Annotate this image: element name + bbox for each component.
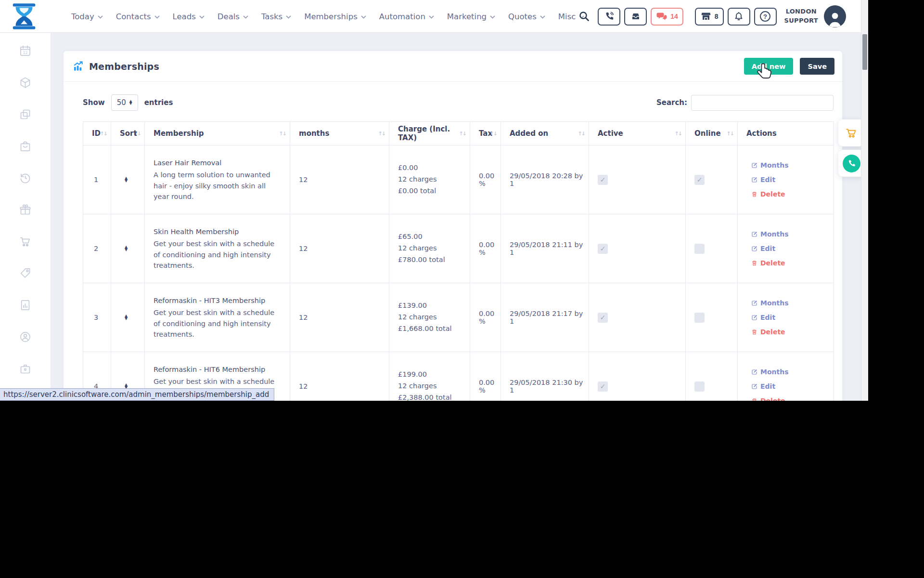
delete-link[interactable]: Delete <box>751 397 834 401</box>
cell-active: ✓ <box>589 283 686 352</box>
hamper-box-icon[interactable] <box>19 140 32 153</box>
left-icon-rail: 12 <box>0 33 51 401</box>
months-link[interactable]: Months <box>751 368 834 376</box>
trash-icon <box>751 329 757 335</box>
cart-fab-button[interactable] <box>838 119 864 146</box>
col-header-tax[interactable]: Tax↑↓ <box>470 122 501 145</box>
col-header-added-on[interactable]: Added on↑↓ <box>501 122 589 145</box>
nav-item-tasks[interactable]: Tasks <box>261 12 291 21</box>
nav-item-marketing[interactable]: Marketing <box>447 12 495 21</box>
inbox-tray-icon <box>630 11 642 22</box>
search-icon[interactable] <box>578 11 590 22</box>
active-checkbox[interactable]: ✓ <box>598 313 608 323</box>
nav-item-contacts[interactable]: Contacts <box>116 12 160 21</box>
shop-button[interactable]: 8 <box>695 8 724 26</box>
copy-layers-icon[interactable] <box>19 108 32 121</box>
scrollbar-thumb[interactable] <box>862 34 867 70</box>
delete-link[interactable]: Delete <box>751 190 834 198</box>
save-button[interactable]: Save <box>800 58 834 75</box>
months-link[interactable]: Months <box>751 230 834 238</box>
chat-button[interactable]: 14 <box>651 8 683 26</box>
help-button[interactable]: ? <box>754 8 777 26</box>
call-circle <box>843 155 860 172</box>
drag-sort-handle-icon[interactable]: ▲▼ <box>120 315 132 320</box>
notifications-button[interactable] <box>728 8 750 26</box>
phone-icon <box>847 159 856 168</box>
user-circle-icon[interactable] <box>19 330 32 343</box>
edit-link[interactable]: Edit <box>751 176 834 184</box>
col-header-online[interactable]: Online↑↓ <box>686 122 738 145</box>
nav-item-leads[interactable]: Leads <box>173 12 205 21</box>
nav-item-automation[interactable]: Automation <box>379 12 434 21</box>
nav-item-today[interactable]: Today <box>71 12 103 21</box>
shopping-cart-icon <box>845 126 858 140</box>
edit-link[interactable]: Edit <box>751 245 834 252</box>
browser-scrollbar[interactable] <box>861 0 868 401</box>
cell-actions: Months Edit Delete <box>738 145 834 214</box>
drag-sort-handle-icon[interactable]: ▲▼ <box>120 177 132 182</box>
sort-arrows-icon: ↑↓ <box>675 131 681 137</box>
membership-description: Get your best skin with a schedule of co… <box>154 238 290 271</box>
page-size-select[interactable]: 50 ▲▼ <box>111 94 138 111</box>
online-checkbox[interactable]: ✓ <box>694 175 705 185</box>
gift-icon[interactable] <box>19 203 32 216</box>
edit-icon <box>751 162 757 169</box>
col-header-active[interactable]: Active↑↓ <box>589 122 686 145</box>
cell-added-on: 29/05/2018 21:11 by 1 <box>501 214 589 283</box>
col-header-months[interactable]: months↑↓ <box>290 122 389 145</box>
price-tag-icon[interactable] <box>19 267 32 280</box>
package-icon[interactable] <box>19 76 32 89</box>
report-chart-icon[interactable] <box>19 299 32 312</box>
check-icon: ✓ <box>600 314 606 321</box>
col-header-membership[interactable]: Membership↑↓ <box>145 122 290 145</box>
active-checkbox[interactable]: ✓ <box>598 175 608 185</box>
cell-tax: 0.00 % <box>470 283 501 352</box>
edit-link[interactable]: Edit <box>751 382 834 390</box>
phone-button[interactable] <box>598 8 620 26</box>
table-controls: Show 50 ▲▼ entries Search: <box>64 82 842 111</box>
drag-sort-handle-icon[interactable]: ▲▼ <box>120 246 132 251</box>
col-header-charge[interactable]: Charge (Incl. TAX)↑↓ <box>389 122 470 145</box>
months-link[interactable]: Months <box>751 299 834 307</box>
check-icon: ✓ <box>600 245 606 252</box>
online-checkbox[interactable]: ✓ <box>694 244 705 254</box>
cell-actions: Months Edit Delete <box>738 352 834 401</box>
membership-name: Reformaskin - HIT3 Membership <box>154 295 290 306</box>
cell-online: ✓ <box>686 283 738 352</box>
cart-icon[interactable] <box>19 235 32 248</box>
active-checkbox[interactable]: ✓ <box>598 244 608 254</box>
delete-link[interactable]: Delete <box>751 328 834 336</box>
history-icon[interactable] <box>19 171 32 184</box>
delete-link[interactable]: Delete <box>751 259 834 267</box>
cell-membership: Reformaskin - HIT3 MembershipGet your be… <box>145 283 290 352</box>
search-input[interactable] <box>691 95 834 111</box>
show-label: Show <box>83 98 105 107</box>
cell-added-on: 29/05/2018 21:30 by 1 <box>501 352 589 401</box>
chat-bubbles-icon <box>656 11 667 22</box>
trash-icon <box>751 398 757 401</box>
briefcase-lock-icon[interactable] <box>19 362 32 375</box>
nav-item-quotes[interactable]: Quotes <box>508 12 545 21</box>
col-header-id[interactable]: ID↑↓ <box>83 122 111 145</box>
sort-arrows-icon: ↑↓ <box>279 131 286 137</box>
col-header-sort[interactable]: Sort↑↓ <box>111 122 145 145</box>
add-new-button[interactable]: Add new <box>744 58 794 75</box>
chevron-down-icon <box>361 15 366 19</box>
clinicsoftware-logo-icon[interactable] <box>11 2 38 30</box>
edit-link[interactable]: Edit <box>751 314 834 321</box>
months-link[interactable]: Months <box>751 161 834 169</box>
online-checkbox[interactable]: ✓ <box>694 313 705 323</box>
nav-item-deals[interactable]: Deals <box>218 12 248 21</box>
storefront-icon <box>700 11 712 22</box>
chevron-down-icon <box>490 15 495 19</box>
active-checkbox[interactable]: ✓ <box>598 381 608 392</box>
user-label-line2: SUPPORT <box>784 16 818 26</box>
user-avatar[interactable] <box>824 5 846 27</box>
edit-icon <box>751 369 757 375</box>
online-checkbox[interactable]: ✓ <box>694 381 705 392</box>
chat-count-badge: 14 <box>670 13 678 20</box>
call-fab-button[interactable] <box>838 150 864 177</box>
calendar-icon[interactable]: 12 <box>19 44 32 57</box>
nav-item-memberships[interactable]: Memberships <box>304 12 366 21</box>
inbox-button[interactable] <box>624 8 647 26</box>
